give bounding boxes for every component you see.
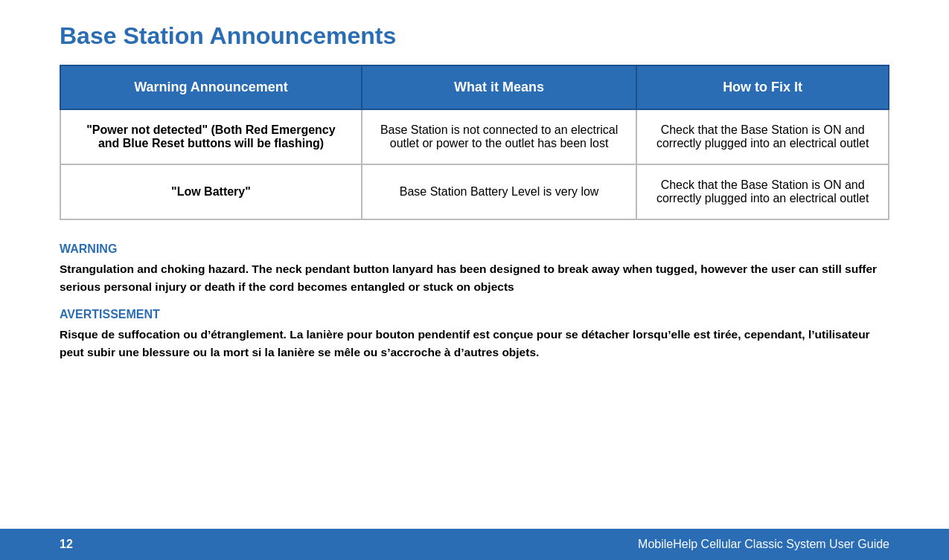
table-cell-warning-0: "Power not detected" (Both Red Emergency… [60,109,362,164]
announcements-table: Warning Announcement What it Means How t… [60,65,889,220]
avertissement-label: AVERTISSEMENT [60,308,889,321]
footer-title: MobileHelp Cellular Classic System User … [638,538,889,551]
avertissement-text: Risque de suffocation ou d’étranglement.… [60,326,889,361]
table-cell-fix-0: Check that the Base Station is ON and co… [636,109,889,164]
avertissement-section: AVERTISSEMENT Risque de suffocation ou d… [60,308,889,361]
table-cell-means-0: Base Station is not connected to an elec… [362,109,636,164]
warning-label: WARNING [60,242,889,256]
table-cell-means-1: Base Station Battery Level is very low [362,164,636,219]
footer-page-number: 12 [60,538,73,551]
footer: 12 MobileHelp Cellular Classic System Us… [0,529,949,560]
col-header-means: What it Means [362,65,636,109]
warning-section: WARNING Strangulation and choking hazard… [60,242,889,296]
page-content: Base Station Announcements Warning Annou… [0,0,949,376]
col-header-fix: How to Fix It [636,65,889,109]
table-row: "Low Battery"Base Station Battery Level … [60,164,889,219]
warning-text: Strangulation and choking hazard. The ne… [60,260,889,296]
col-header-warning: Warning Announcement [60,65,362,109]
table-cell-warning-1: "Low Battery" [60,164,362,219]
table-row: "Power not detected" (Both Red Emergency… [60,109,889,164]
table-cell-fix-1: Check that the Base Station is ON and co… [636,164,889,219]
page-title: Base Station Announcements [60,22,889,50]
